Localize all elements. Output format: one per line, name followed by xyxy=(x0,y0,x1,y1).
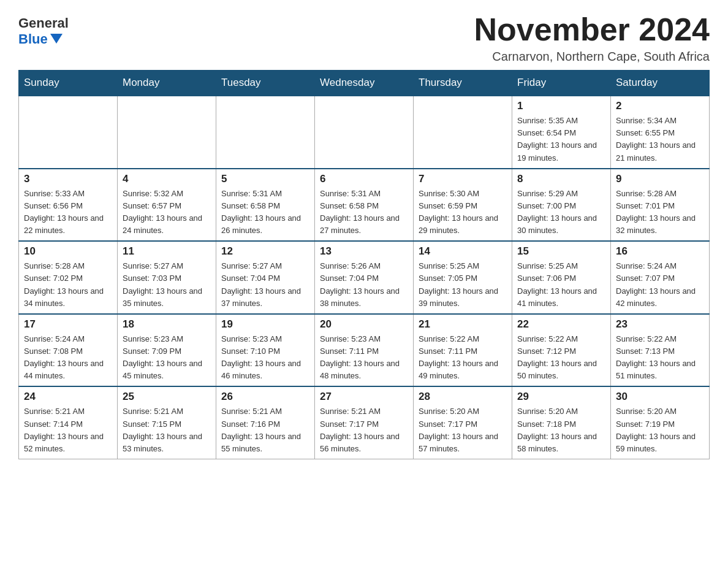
day-number: 21 xyxy=(419,318,507,331)
day-info: Sunrise: 5:23 AM Sunset: 7:11 PM Dayligh… xyxy=(320,333,408,383)
day-info: Sunrise: 5:23 AM Sunset: 7:09 PM Dayligh… xyxy=(123,333,211,383)
header-cell-wednesday: Wednesday xyxy=(315,71,414,96)
day-cell xyxy=(414,96,512,169)
logo-general-text: General xyxy=(18,15,69,31)
day-cell: 24Sunrise: 5:21 AM Sunset: 7:14 PM Dayli… xyxy=(19,386,118,459)
day-info: Sunrise: 5:31 AM Sunset: 6:58 PM Dayligh… xyxy=(221,188,309,237)
day-info: Sunrise: 5:22 AM Sunset: 7:12 PM Dayligh… xyxy=(517,333,605,383)
day-number: 18 xyxy=(123,318,211,331)
day-info: Sunrise: 5:20 AM Sunset: 7:17 PM Dayligh… xyxy=(419,405,507,455)
day-info: Sunrise: 5:21 AM Sunset: 7:17 PM Dayligh… xyxy=(320,405,408,455)
logo-blue-label: Blue xyxy=(18,31,48,47)
day-number: 19 xyxy=(221,318,309,331)
day-number: 11 xyxy=(123,245,211,258)
day-info: Sunrise: 5:24 AM Sunset: 7:07 PM Dayligh… xyxy=(616,260,704,310)
day-number: 15 xyxy=(517,245,605,258)
day-number: 27 xyxy=(320,391,408,403)
day-number: 8 xyxy=(517,173,605,185)
day-number: 20 xyxy=(320,318,408,331)
week-row-4: 17Sunrise: 5:24 AM Sunset: 7:08 PM Dayli… xyxy=(19,314,710,387)
day-cell: 23Sunrise: 5:22 AM Sunset: 7:13 PM Dayli… xyxy=(611,314,710,387)
day-cell: 28Sunrise: 5:20 AM Sunset: 7:17 PM Dayli… xyxy=(414,386,512,459)
day-cell: 9Sunrise: 5:28 AM Sunset: 7:01 PM Daylig… xyxy=(611,169,710,242)
day-cell: 20Sunrise: 5:23 AM Sunset: 7:11 PM Dayli… xyxy=(315,314,414,387)
day-cell: 4Sunrise: 5:32 AM Sunset: 6:57 PM Daylig… xyxy=(118,169,216,242)
day-number: 5 xyxy=(221,173,309,185)
week-row-2: 3Sunrise: 5:33 AM Sunset: 6:56 PM Daylig… xyxy=(19,169,710,242)
day-number: 17 xyxy=(24,318,112,331)
day-number: 6 xyxy=(320,173,408,185)
day-number: 25 xyxy=(123,391,211,403)
day-cell: 25Sunrise: 5:21 AM Sunset: 7:15 PM Dayli… xyxy=(118,386,216,459)
week-row-3: 10Sunrise: 5:28 AM Sunset: 7:02 PM Dayli… xyxy=(19,241,710,314)
day-cell: 5Sunrise: 5:31 AM Sunset: 6:58 PM Daylig… xyxy=(216,169,315,242)
day-cell: 11Sunrise: 5:27 AM Sunset: 7:03 PM Dayli… xyxy=(118,241,216,314)
day-info: Sunrise: 5:31 AM Sunset: 6:58 PM Dayligh… xyxy=(320,188,408,237)
day-cell: 13Sunrise: 5:26 AM Sunset: 7:04 PM Dayli… xyxy=(315,241,414,314)
day-info: Sunrise: 5:33 AM Sunset: 6:56 PM Dayligh… xyxy=(24,188,112,237)
header-cell-monday: Monday xyxy=(118,71,216,96)
logo: General Blue xyxy=(18,12,69,47)
day-number: 1 xyxy=(517,100,605,112)
day-cell xyxy=(19,96,118,169)
day-number: 28 xyxy=(419,391,507,403)
day-info: Sunrise: 5:20 AM Sunset: 7:18 PM Dayligh… xyxy=(517,405,605,455)
day-number: 24 xyxy=(24,391,112,403)
day-cell: 6Sunrise: 5:31 AM Sunset: 6:58 PM Daylig… xyxy=(315,169,414,242)
day-cell: 26Sunrise: 5:21 AM Sunset: 7:16 PM Dayli… xyxy=(216,386,315,459)
day-cell: 21Sunrise: 5:22 AM Sunset: 7:11 PM Dayli… xyxy=(414,314,512,387)
day-cell: 17Sunrise: 5:24 AM Sunset: 7:08 PM Dayli… xyxy=(19,314,118,387)
day-cell: 2Sunrise: 5:34 AM Sunset: 6:55 PM Daylig… xyxy=(611,96,710,169)
day-cell: 12Sunrise: 5:27 AM Sunset: 7:04 PM Dayli… xyxy=(216,241,315,314)
day-cell xyxy=(118,96,216,169)
day-cell: 19Sunrise: 5:23 AM Sunset: 7:10 PM Dayli… xyxy=(216,314,315,387)
day-number: 2 xyxy=(616,100,704,112)
day-info: Sunrise: 5:34 AM Sunset: 6:55 PM Dayligh… xyxy=(616,115,704,164)
day-number: 23 xyxy=(616,318,704,331)
day-cell: 10Sunrise: 5:28 AM Sunset: 7:02 PM Dayli… xyxy=(19,241,118,314)
day-info: Sunrise: 5:28 AM Sunset: 7:01 PM Dayligh… xyxy=(616,188,704,237)
day-info: Sunrise: 5:30 AM Sunset: 6:59 PM Dayligh… xyxy=(419,188,507,237)
day-cell: 8Sunrise: 5:29 AM Sunset: 7:00 PM Daylig… xyxy=(512,169,611,242)
day-number: 26 xyxy=(221,391,309,403)
day-info: Sunrise: 5:23 AM Sunset: 7:10 PM Dayligh… xyxy=(221,333,309,383)
day-cell: 3Sunrise: 5:33 AM Sunset: 6:56 PM Daylig… xyxy=(19,169,118,242)
day-info: Sunrise: 5:35 AM Sunset: 6:54 PM Dayligh… xyxy=(517,115,605,164)
header-cell-friday: Friday xyxy=(512,71,611,96)
header-cell-thursday: Thursday xyxy=(414,71,512,96)
day-cell: 27Sunrise: 5:21 AM Sunset: 7:17 PM Dayli… xyxy=(315,386,414,459)
day-info: Sunrise: 5:27 AM Sunset: 7:04 PM Dayligh… xyxy=(221,260,309,310)
day-info: Sunrise: 5:29 AM Sunset: 7:00 PM Dayligh… xyxy=(517,188,605,237)
week-row-5: 24Sunrise: 5:21 AM Sunset: 7:14 PM Dayli… xyxy=(19,386,710,459)
day-number: 16 xyxy=(616,245,704,258)
day-info: Sunrise: 5:27 AM Sunset: 7:03 PM Dayligh… xyxy=(123,260,211,310)
day-info: Sunrise: 5:20 AM Sunset: 7:19 PM Dayligh… xyxy=(616,405,704,455)
day-info: Sunrise: 5:25 AM Sunset: 7:06 PM Dayligh… xyxy=(517,260,605,310)
day-info: Sunrise: 5:21 AM Sunset: 7:15 PM Dayligh… xyxy=(123,405,211,455)
header-cell-sunday: Sunday xyxy=(19,71,118,96)
week-row-1: 1Sunrise: 5:35 AM Sunset: 6:54 PM Daylig… xyxy=(19,96,710,169)
day-cell: 14Sunrise: 5:25 AM Sunset: 7:05 PM Dayli… xyxy=(414,241,512,314)
day-info: Sunrise: 5:21 AM Sunset: 7:16 PM Dayligh… xyxy=(221,405,309,455)
day-number: 9 xyxy=(616,173,704,185)
day-number: 12 xyxy=(221,245,309,258)
header: General Blue November 2024 Carnarvon, No… xyxy=(18,12,710,64)
day-cell xyxy=(315,96,414,169)
day-info: Sunrise: 5:21 AM Sunset: 7:14 PM Dayligh… xyxy=(24,405,112,455)
header-row: SundayMondayTuesdayWednesdayThursdayFrid… xyxy=(19,71,710,96)
day-cell: 1Sunrise: 5:35 AM Sunset: 6:54 PM Daylig… xyxy=(512,96,611,169)
day-cell: 29Sunrise: 5:20 AM Sunset: 7:18 PM Dayli… xyxy=(512,386,611,459)
day-cell: 22Sunrise: 5:22 AM Sunset: 7:12 PM Dayli… xyxy=(512,314,611,387)
day-cell: 16Sunrise: 5:24 AM Sunset: 7:07 PM Dayli… xyxy=(611,241,710,314)
day-number: 7 xyxy=(419,173,507,185)
day-info: Sunrise: 5:25 AM Sunset: 7:05 PM Dayligh… xyxy=(419,260,507,310)
day-number: 14 xyxy=(419,245,507,258)
header-cell-tuesday: Tuesday xyxy=(216,71,315,96)
title-area: November 2024 Carnarvon, Northern Cape, … xyxy=(474,12,710,64)
day-number: 3 xyxy=(24,173,112,185)
header-cell-saturday: Saturday xyxy=(611,71,710,96)
day-info: Sunrise: 5:24 AM Sunset: 7:08 PM Dayligh… xyxy=(24,333,112,383)
calendar-subtitle: Carnarvon, Northern Cape, South Africa xyxy=(474,50,710,64)
day-cell: 18Sunrise: 5:23 AM Sunset: 7:09 PM Dayli… xyxy=(118,314,216,387)
day-cell: 30Sunrise: 5:20 AM Sunset: 7:19 PM Dayli… xyxy=(611,386,710,459)
